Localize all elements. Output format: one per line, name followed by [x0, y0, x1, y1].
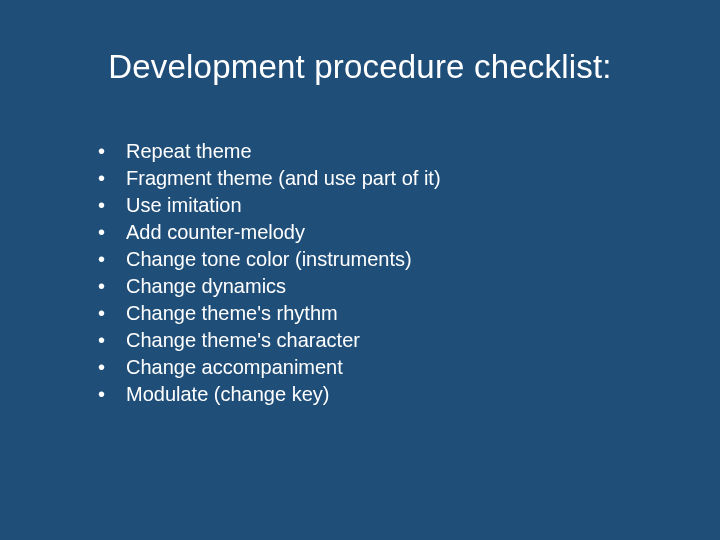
list-item: Change accompaniment — [98, 354, 660, 381]
slide-container: Development procedure checklist: Repeat … — [0, 0, 720, 540]
list-item: Add counter-melody — [98, 219, 660, 246]
list-item: Change theme's character — [98, 327, 660, 354]
list-item: Repeat theme — [98, 138, 660, 165]
list-item: Modulate (change key) — [98, 381, 660, 408]
list-item: Use imitation — [98, 192, 660, 219]
checklist: Repeat theme Fragment theme (and use par… — [60, 138, 660, 408]
list-item: Change dynamics — [98, 273, 660, 300]
list-item: Change theme's rhythm — [98, 300, 660, 327]
list-item: Fragment theme (and use part of it) — [98, 165, 660, 192]
list-item: Change tone color (instruments) — [98, 246, 660, 273]
page-title: Development procedure checklist: — [60, 48, 660, 86]
